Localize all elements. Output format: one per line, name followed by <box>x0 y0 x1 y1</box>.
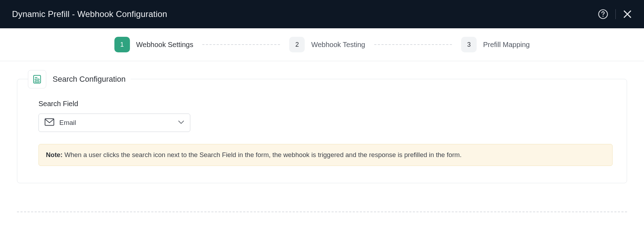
panel-title: Search Configuration <box>53 75 126 84</box>
svg-point-1 <box>603 16 604 17</box>
email-icon <box>44 118 54 127</box>
step-number: 3 <box>461 37 477 52</box>
dialog-title: Dynamic Prefill - Webhook Configuration <box>12 9 167 19</box>
step-prefill-mapping[interactable]: 3 Prefill Mapping <box>461 37 530 52</box>
search-field-block: Search Field Email <box>38 100 613 132</box>
note-label: Note: <box>46 151 62 158</box>
search-configuration-panel: Search Configuration Search Field Email <box>17 79 627 183</box>
dialog-header: Dynamic Prefill - Webhook Configuration <box>0 0 644 28</box>
chevron-down-icon <box>178 120 184 126</box>
step-label: Webhook Testing <box>311 41 365 49</box>
note-text: When a user clicks the search icon next … <box>62 151 461 158</box>
step-number: 1 <box>114 37 130 52</box>
svg-rect-5 <box>35 81 39 82</box>
header-actions <box>598 9 632 19</box>
step-label: Webhook Settings <box>136 41 193 49</box>
page-body: Search Configuration Search Field Email <box>0 61 644 197</box>
form-icon <box>28 70 46 88</box>
svg-rect-4 <box>35 79 39 80</box>
step-label: Prefill Mapping <box>483 41 530 49</box>
search-field-select[interactable]: Email <box>38 114 190 132</box>
step-connector <box>202 44 280 45</box>
step-webhook-settings[interactable]: 1 Webhook Settings <box>114 37 193 52</box>
step-connector <box>374 44 452 45</box>
step-number: 2 <box>289 37 305 52</box>
header-divider <box>615 9 616 19</box>
step-webhook-testing[interactable]: 2 Webhook Testing <box>289 37 365 52</box>
bottom-divider <box>17 212 627 212</box>
help-icon[interactable] <box>598 9 608 19</box>
svg-rect-6 <box>45 119 54 126</box>
note-box: Note: When a user clicks the search icon… <box>38 144 613 166</box>
close-icon[interactable] <box>623 10 632 19</box>
stepper: 1 Webhook Settings 2 Webhook Testing 3 P… <box>0 28 644 61</box>
select-value: Email <box>59 119 173 127</box>
panel-header: Search Configuration <box>28 70 131 88</box>
search-field-label: Search Field <box>38 100 613 108</box>
